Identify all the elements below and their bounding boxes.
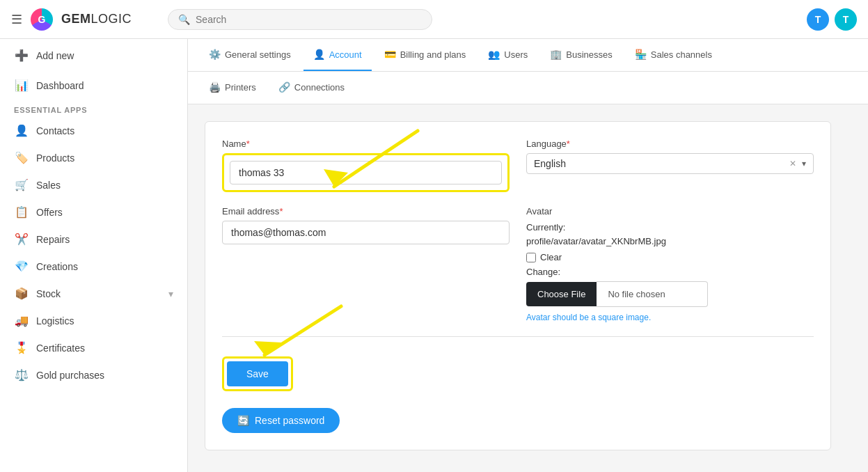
sidebar-item-label: Logistics <box>36 315 74 327</box>
choose-file-button[interactable]: Choose File <box>526 282 597 306</box>
sidebar-item-label: Products <box>36 152 74 164</box>
tab-sales-channels[interactable]: 🏪 Sales channels <box>625 39 722 71</box>
avatar-currently: Currently: profile/avatar/avatar_XKNbrMB… <box>526 221 814 248</box>
hamburger-icon[interactable]: ☰ <box>11 12 22 27</box>
brand-name: GEMLOGIC <box>61 12 132 26</box>
sales-channels-icon: 🏪 <box>635 49 647 60</box>
name-field-highlight <box>222 153 510 192</box>
name-input[interactable] <box>230 161 502 184</box>
no-file-chosen-label: No file chosen <box>597 281 708 307</box>
form-area: Name* Language* English ✕ ▾ <box>188 104 868 467</box>
main-content: ⚙️ General settings 👤 Account 💳 Billing … <box>188 39 868 472</box>
language-select[interactable]: English ✕ ▾ <box>526 153 814 174</box>
search-icon: 🔍 <box>178 14 190 25</box>
name-group: Name* <box>222 139 510 192</box>
businesses-icon: 🏢 <box>550 49 562 60</box>
avatar-group: Avatar Currently: profile/avatar/avatar_… <box>526 206 814 322</box>
stock-icon: 📦 <box>14 287 29 300</box>
chevron-down-icon: ▾ <box>168 288 173 299</box>
sidebar-item-creations[interactable]: 💎 Creations <box>0 253 187 280</box>
search-input[interactable] <box>196 14 422 25</box>
language-value: English <box>534 158 784 169</box>
email-label: Email address* <box>222 206 510 217</box>
settings-tabs-row2: 🖨️ Printers 🔗 Connections <box>188 72 868 104</box>
email-required: * <box>279 206 283 217</box>
sidebar-item-contacts[interactable]: 👤 Contacts <box>0 117 187 144</box>
gold-purchases-icon: ⚖️ <box>14 368 29 381</box>
save-button-highlight: Save <box>222 356 293 391</box>
add-icon: ➕ <box>14 49 29 62</box>
contacts-icon: 👤 <box>14 124 29 137</box>
email-group: Email address* <box>222 206 510 322</box>
language-label: Language* <box>526 139 814 149</box>
reset-password-section: 🔄 Reset password <box>222 408 814 433</box>
sidebar-item-dashboard[interactable]: 📊 Dashboard <box>0 72 187 99</box>
tab-billing[interactable]: 💳 Billing and plans <box>374 39 476 71</box>
search-bar[interactable]: 🔍 <box>168 9 432 30</box>
sidebar-item-label: Gold purchases <box>36 370 104 381</box>
sidebar-item-label: Contacts <box>36 125 74 136</box>
layout: ➕ Add new 📊 Dashboard ESSENTIAL APPS 👤 C… <box>0 39 868 472</box>
sidebar-item-label: Stock <box>36 288 61 299</box>
language-clear-icon[interactable]: ✕ <box>789 159 796 168</box>
sidebar-item-sales[interactable]: 🛒 Sales <box>0 171 187 198</box>
printers-icon: 🖨️ <box>209 81 221 93</box>
tab-connections[interactable]: 🔗 Connections <box>269 72 354 104</box>
add-new-label: Add new <box>36 50 74 61</box>
repairs-icon: ✂️ <box>14 233 29 246</box>
creations-icon: 💎 <box>14 260 29 273</box>
sidebar-item-label: Repairs <box>36 234 70 245</box>
name-label: Name* <box>222 139 510 149</box>
form-card: Name* Language* English ✕ ▾ <box>205 121 831 450</box>
avatar-path: profile/avatar/avatar_XKNbrMB.jpg <box>526 236 666 246</box>
avatar-change-label: Change: <box>526 267 814 277</box>
avatar-hint: Avatar should be a square image. <box>526 313 814 322</box>
connections-icon: 🔗 <box>278 81 290 93</box>
tab-printers[interactable]: 🖨️ Printers <box>199 72 266 104</box>
language-group: Language* English ✕ ▾ <box>526 139 814 192</box>
sidebar-item-logistics[interactable]: 🚚 Logistics <box>0 307 187 334</box>
reset-icon: 🔄 <box>237 415 249 426</box>
sidebar-item-label: Offers <box>36 207 63 218</box>
reset-password-button[interactable]: 🔄 Reset password <box>222 408 340 433</box>
save-button[interactable]: Save <box>227 361 288 386</box>
sidebar-item-stock[interactable]: 📦 Stock ▾ <box>0 280 187 307</box>
sidebar-item-label: Certificates <box>36 343 85 354</box>
file-input-row: Choose File No file chosen <box>526 281 814 307</box>
account-icon: 👤 <box>313 49 325 60</box>
sidebar-item-certificates[interactable]: 🎖️ Certificates <box>0 334 187 361</box>
logistics-icon: 🚚 <box>14 314 29 327</box>
sales-icon: 🛒 <box>14 178 29 191</box>
sidebar-item-repairs[interactable]: ✂️ Repairs <box>0 226 187 253</box>
sidebar-item-label: Dashboard <box>36 80 84 91</box>
sidebar-item-gold-purchases[interactable]: ⚖️ Gold purchases <box>0 361 187 388</box>
form-row-name-language: Name* Language* English ✕ ▾ <box>222 139 814 192</box>
brand-light: LOGIC <box>91 12 132 26</box>
language-required: * <box>567 139 570 149</box>
name-required: * <box>246 139 250 149</box>
dashboard-icon: 📊 <box>14 79 29 92</box>
avatar-clear-label: Clear <box>540 252 562 262</box>
avatar-button-1[interactable]: T <box>807 8 829 31</box>
sidebar-item-label: Sales <box>36 180 61 191</box>
email-input[interactable] <box>222 221 510 244</box>
billing-icon: 💳 <box>384 49 396 60</box>
avatar-clear-checkbox[interactable] <box>526 253 536 262</box>
add-new-button[interactable]: ➕ Add new <box>0 39 187 72</box>
form-divider <box>222 336 814 337</box>
tab-account[interactable]: 👤 Account <box>303 39 372 71</box>
settings-icon: ⚙️ <box>209 49 221 60</box>
tab-businesses[interactable]: 🏢 Businesses <box>540 39 622 71</box>
avatar-button-2[interactable]: T <box>835 8 857 31</box>
offers-icon: 📋 <box>14 205 29 219</box>
sidebar: ➕ Add new 📊 Dashboard ESSENTIAL APPS 👤 C… <box>0 39 188 472</box>
users-icon: 👥 <box>488 49 500 60</box>
sidebar-item-products[interactable]: 🏷️ Products <box>0 144 187 171</box>
settings-tabs-row1: ⚙️ General settings 👤 Account 💳 Billing … <box>188 39 868 72</box>
sidebar-item-offers[interactable]: 📋 Offers <box>0 198 187 226</box>
avatar-clear-row: Clear <box>526 252 814 262</box>
tab-users[interactable]: 👥 Users <box>478 39 537 71</box>
tab-general-settings[interactable]: ⚙️ General settings <box>199 39 301 71</box>
avatar-label: Avatar <box>526 206 814 217</box>
certificates-icon: 🎖️ <box>14 341 29 354</box>
